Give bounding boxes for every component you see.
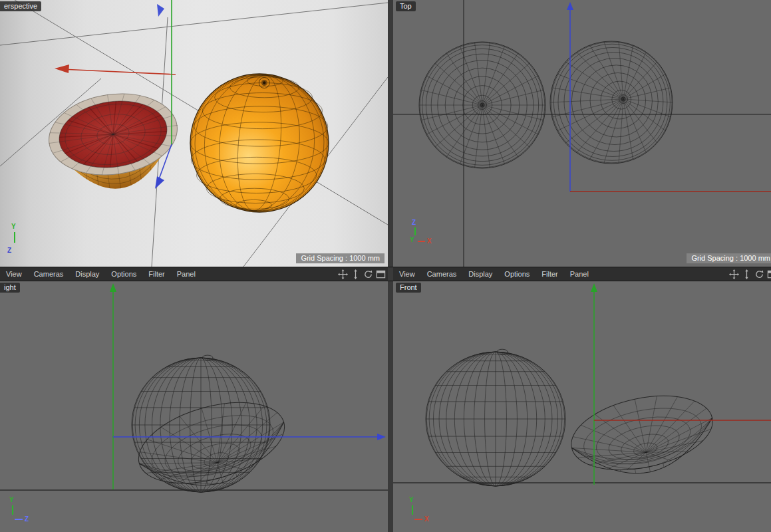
axis-label-y: Y <box>9 497 14 503</box>
grid-spacing-badge: Grid Spacing : 1000 mm <box>687 253 771 263</box>
top-origin-cross <box>393 0 771 267</box>
viewport-menubar-row: View Cameras Display Options Filter Pane… <box>0 267 771 281</box>
viewport-right[interactable]: ight Y Z <box>0 281 388 532</box>
viewport-perspective[interactable]: erspective Grid Spacing : 1000 mm Y Z <box>0 0 388 267</box>
axis-label-z: Z <box>7 247 11 254</box>
toggle-layout-icon[interactable] <box>376 269 386 279</box>
menu-item-display[interactable]: Display <box>69 270 105 278</box>
front-canvas <box>393 281 771 532</box>
menu-item-cameras[interactable]: Cameras <box>28 270 70 278</box>
viewport-title-front: Front <box>396 283 421 293</box>
viewport-top[interactable]: Top Grid Spacing : 1000 mm Z Y X <box>393 0 771 267</box>
menu-item-view[interactable]: View <box>0 270 28 278</box>
axis-label-y: Y <box>11 223 16 230</box>
fruit-objects <box>44 69 333 217</box>
axis-tick-x <box>418 241 425 242</box>
dolly-icon[interactable] <box>742 269 752 279</box>
menu-item-options[interactable]: Options <box>498 270 536 278</box>
axis-label-x: X <box>424 516 429 523</box>
viewport-title-perspective: erspective <box>0 1 41 11</box>
menu-item-panel[interactable]: Panel <box>171 270 202 278</box>
axis-tick-x <box>414 519 422 520</box>
viewport-divider-bottom <box>388 281 393 532</box>
toggle-layout-icon[interactable] <box>767 269 771 279</box>
axis-tick-y <box>412 505 413 515</box>
viewport-front[interactable]: Front Y X <box>393 281 771 532</box>
rotate-icon[interactable] <box>363 269 373 279</box>
menu-item-display[interactable]: Display <box>462 270 498 278</box>
viewport-menubar-right: View Cameras Display Options Filter Pane… <box>393 267 771 281</box>
top-canvas <box>393 0 771 267</box>
right-canvas <box>0 281 388 532</box>
axis-label-y: Y <box>410 237 414 243</box>
viewport-menubar-left: View Cameras Display Options Filter Pane… <box>0 267 388 281</box>
pan-icon[interactable] <box>338 269 348 279</box>
viewport-tool-icons <box>338 269 386 279</box>
menu-item-options[interactable]: Options <box>105 270 142 278</box>
application-window: erspective Grid Spacing : 1000 mm Y Z To… <box>0 0 771 532</box>
pan-icon[interactable] <box>729 269 739 279</box>
axis-tick-y <box>14 232 15 243</box>
axis-tick-y <box>12 505 13 515</box>
dolly-icon[interactable] <box>351 269 361 279</box>
axis-label-x: X <box>427 238 432 245</box>
menu-item-cameras[interactable]: Cameras <box>421 270 463 278</box>
viewport-title-top: Top <box>396 1 416 11</box>
front-wireframes <box>426 349 720 487</box>
menu-item-view[interactable]: View <box>393 270 421 278</box>
menubar-divider <box>388 267 393 281</box>
menu-item-filter[interactable]: Filter <box>142 270 170 278</box>
axis-label-y: Y <box>409 497 414 503</box>
perspective-canvas <box>0 0 388 267</box>
axis-label-z: Z <box>412 219 416 226</box>
viewport-tool-icons <box>729 269 771 279</box>
viewport-divider-top <box>388 0 393 267</box>
rotate-icon[interactable] <box>754 269 764 279</box>
axis-label-z: Z <box>25 516 29 523</box>
menu-item-panel[interactable]: Panel <box>564 270 595 278</box>
top-wireframes <box>419 41 673 168</box>
axis-tick-y <box>414 227 416 235</box>
viewport-title-right: ight <box>0 283 20 293</box>
right-wireframes <box>129 355 295 503</box>
grid-spacing-badge: Grid Spacing : 1000 mm <box>296 253 385 263</box>
top-axis-gizmo <box>567 2 771 192</box>
menu-item-filter[interactable]: Filter <box>536 270 563 278</box>
axis-tick-z <box>15 519 23 520</box>
